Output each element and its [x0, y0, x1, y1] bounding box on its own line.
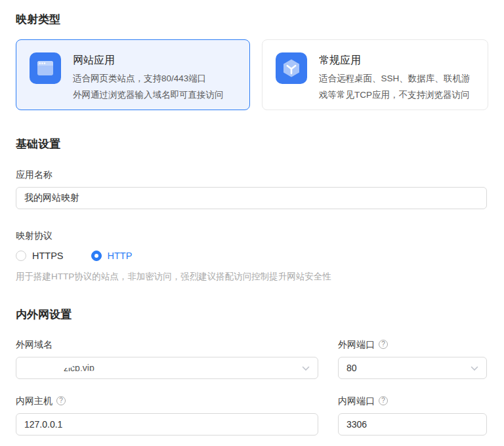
external-port-value: 80	[346, 363, 357, 373]
radio-https[interactable]: HTTPS	[16, 251, 64, 261]
external-domain-value: zicp.vip	[24, 363, 94, 373]
radio-https-label: HTTPS	[32, 251, 64, 261]
help-icon[interactable]: ?	[379, 396, 388, 405]
radio-circle-http	[91, 251, 102, 261]
internal-host-label: 内网主机 ?	[16, 394, 318, 407]
card-generic-desc-line1: 适合远程桌面、SSH、数据库、联机游	[319, 70, 470, 87]
browser-window-icon	[30, 52, 61, 84]
card-website-desc-line1: 适合网页类站点，支持80/443端口	[73, 70, 224, 87]
external-domain-field: 外网域名 zicp.vip	[16, 338, 318, 379]
internal-port-field: 内网端口 ?	[338, 394, 487, 436]
card-website-desc-line2: 外网通过浏览器输入域名即可直接访问	[73, 87, 224, 103]
protocol-helper-text: 用于搭建HTTP协议的站点，非加密访问，强烈建议搭配访问控制提升网站安全性	[16, 270, 488, 283]
internal-port-input[interactable]	[338, 413, 487, 436]
external-port-label: 外网端口 ?	[338, 338, 487, 351]
external-port-select[interactable]: 80	[338, 357, 487, 379]
card-generic-desc-line2: 戏等常见TCP应用，不支持浏览器访问	[319, 87, 470, 103]
network-settings-heading: 内外网设置	[16, 307, 488, 323]
radio-circle-https	[16, 251, 26, 261]
external-port-field: 外网端口 ? 80	[338, 338, 487, 379]
card-website-app[interactable]: 网站应用 适合网页类站点，支持80/443端口 外网通过浏览器输入域名即可直接访…	[16, 39, 250, 110]
mapping-type-heading: 映射类型	[16, 12, 488, 28]
external-domain-label: 外网域名	[16, 338, 318, 351]
card-website-title: 网站应用	[73, 52, 224, 68]
protocol-radio-group: HTTPS HTTP	[16, 251, 488, 261]
app-name-input[interactable]	[16, 187, 487, 209]
mapping-config-page: 映射类型 网站应用 适合网页类站点，支持80/443端口 外网通过浏览器输入域名…	[0, 0, 504, 436]
card-generic-title: 常规应用	[319, 52, 470, 68]
card-generic-app[interactable]: 常规应用 适合远程桌面、SSH、数据库、联机游 戏等常见TCP应用，不支持浏览器…	[262, 39, 488, 110]
chevron-down-icon	[471, 363, 478, 373]
chevron-down-icon	[302, 363, 310, 373]
radio-http-label: HTTP	[108, 251, 133, 261]
protocol-label: 映射协议	[16, 229, 488, 242]
radio-http[interactable]: HTTP	[91, 251, 133, 261]
help-icon[interactable]: ?	[56, 396, 66, 405]
redaction-smudge	[135, 359, 175, 378]
internal-host-input[interactable]	[16, 413, 318, 436]
app-name-label: 应用名称	[16, 168, 488, 181]
network-settings-grid: 外网域名 zicp.vip 外网端口 ? 80	[16, 338, 488, 436]
basic-settings-heading: 基础设置	[16, 136, 488, 152]
cube-y-icon	[276, 52, 307, 84]
external-domain-select[interactable]: zicp.vip	[16, 357, 318, 379]
internal-host-field: 内网主机 ?	[16, 394, 318, 436]
internal-port-label: 内网端口 ?	[338, 394, 487, 407]
help-icon[interactable]: ?	[379, 340, 388, 349]
mapping-type-cards: 网站应用 适合网页类站点，支持80/443端口 外网通过浏览器输入域名即可直接访…	[16, 39, 488, 110]
